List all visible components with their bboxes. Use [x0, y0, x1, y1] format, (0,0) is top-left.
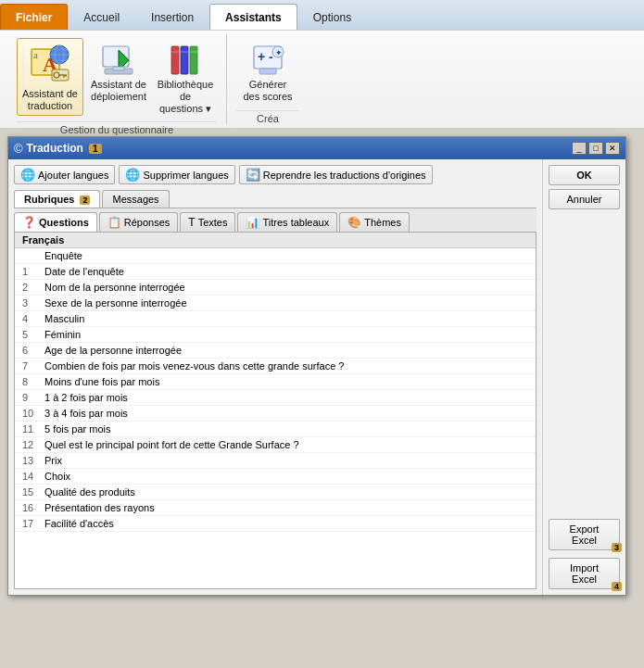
btn-assistant-deploiement[interactable]: Assistant dedéploiement	[87, 38, 150, 107]
list-item[interactable]: 4Masculin	[15, 311, 536, 327]
import-label: Import Excel	[570, 562, 599, 585]
traduction-label: Assistant de traduction	[21, 88, 79, 112]
list-item[interactable]: 2Nom de la personne interrogée	[15, 280, 536, 296]
list-item[interactable]: 1Date de l'enquête	[15, 264, 536, 280]
import-excel-button[interactable]: Import Excel	[549, 558, 620, 589]
list-item-text: Moins d'une fois par mois	[44, 376, 528, 387]
list-item[interactable]: 6Age de la personne interrogée	[15, 343, 536, 359]
list-item-num: 7	[22, 360, 44, 372]
list-items-container: Enquête1Date de l'enquête2Nom de la pers…	[15, 248, 536, 532]
list-item[interactable]: 15Qualité des produits	[15, 485, 536, 500]
dialog-main: 🌐 Ajouter langues 🌐 Supprimer langues 🔄 …	[8, 159, 542, 595]
btn-reprendre-traductions[interactable]: 🔄 Reprendre les traductions d'origines	[239, 165, 433, 184]
tab-reponses[interactable]: 📋 Réponses	[99, 212, 179, 232]
dialog-traduction: © Traduction 1 _ □ ✕ 🌐 Ajouter langues	[7, 136, 626, 596]
import-badge: 4	[612, 582, 622, 591]
tab-textes[interactable]: T Textes	[180, 212, 235, 232]
list-item-text: Age de la personne interrogée	[44, 345, 528, 356]
btn-assistant-traduction[interactable]: A a	[17, 38, 83, 116]
list-item[interactable]: 91 à 2 fois par mois	[15, 390, 536, 406]
deploiement-label: Assistant dedéploiement	[91, 79, 146, 103]
tab-messages-label: Messages	[112, 194, 158, 205]
list-item[interactable]: 12Quel est le principal point fort de ce…	[15, 437, 536, 453]
list-item-text: Prix	[44, 455, 528, 466]
tab-insertion-label: Insertion	[151, 11, 194, 24]
list-item-text: Date de l'enquête	[44, 266, 528, 277]
list-item-num: 13	[22, 455, 44, 466]
list-item[interactable]: 17Facilité d'accès	[15, 516, 536, 532]
btn-bibliotheque[interactable]: Bibliothèquede questions ▾	[154, 38, 217, 120]
cancel-button[interactable]: Annuler	[549, 189, 620, 209]
list-item-text: Facilité d'accès	[44, 518, 528, 529]
list-item[interactable]: 13Prix	[15, 453, 536, 469]
tab-rubriques-label: Rubriques	[24, 194, 74, 205]
dialog-title: Traduction	[27, 142, 83, 155]
maximize-button[interactable]: □	[588, 142, 603, 155]
dialog-sidebar: OK Annuler Export Excel 3 Import Excel 4	[542, 159, 625, 595]
list-item-num: 3	[22, 297, 44, 309]
tab-accueil[interactable]: Accueil	[68, 4, 135, 30]
ajouter-langues-label: Ajouter langues	[38, 170, 108, 181]
dialog-backdrop: © Traduction 1 _ □ ✕ 🌐 Ajouter langues	[0, 129, 644, 603]
scores-icon: + - ✦	[249, 42, 286, 79]
reprendre-traductions-label: Reprendre les traductions d'origines	[263, 170, 426, 181]
list-item-text: Nom de la personne interrogée	[44, 282, 528, 293]
list-item[interactable]: Enquête	[15, 248, 536, 264]
list-item-text: 3 à 4 fois par mois	[44, 408, 528, 419]
svg-rect-17	[171, 46, 179, 74]
dialog-titlebar: © Traduction 1 _ □ ✕	[8, 137, 625, 159]
tab-textes-label: Textes	[198, 217, 228, 228]
bibliotheque-icon	[167, 42, 204, 79]
list-item-text: Présentation des rayons	[44, 502, 528, 513]
svg-rect-19	[190, 46, 197, 74]
tab-assistants[interactable]: Assistants	[209, 4, 297, 30]
sidebar-spacer	[549, 213, 620, 515]
list-item[interactable]: 3Sexe de la personne interrogée	[15, 296, 536, 311]
list-item-num: 9	[22, 392, 44, 403]
list-item-text: Qualité des produits	[44, 486, 528, 498]
export-label: Export Excel	[570, 523, 600, 546]
group-creation-label: Créa	[236, 110, 299, 124]
tab-fichier[interactable]: Fichier	[0, 4, 68, 30]
close-button[interactable]: ✕	[605, 142, 620, 155]
tab-assistants-label: Assistants	[225, 11, 282, 24]
btn-generer-scores[interactable]: + - ✦ Générerdes scores	[236, 38, 299, 107]
list-item-text: 1 à 2 fois par mois	[44, 392, 528, 403]
dialog-controls: _ □ ✕	[572, 142, 620, 155]
list-item[interactable]: 7Combien de fois par mois venez-vous dan…	[15, 359, 536, 374]
list-item[interactable]: 14Choix	[15, 469, 536, 485]
ribbon: Fichier Accueil Insertion Assistants Opt…	[0, 0, 644, 129]
dialog-icon: ©	[14, 142, 23, 156]
list-item[interactable]: 8Moins d'une fois par mois	[15, 374, 536, 390]
ribbon-content: A a	[0, 30, 644, 128]
list-item-num: 10	[22, 408, 44, 419]
list-item[interactable]: 16Présentation des rayons	[15, 500, 536, 516]
list-item[interactable]: 115 fois par mois	[15, 422, 536, 437]
btn-supprimer-langues[interactable]: 🌐 Supprimer langues	[119, 165, 234, 184]
ribbon-buttons: A a	[17, 34, 217, 120]
svg-rect-16	[113, 67, 124, 70]
list-item-num: 2	[22, 282, 44, 293]
list-item[interactable]: 5Féminin	[15, 327, 536, 343]
title-badge: 1	[89, 144, 102, 154]
svg-text:+: +	[258, 49, 265, 64]
dialog-toolbar: 🌐 Ajouter langues 🌐 Supprimer langues 🔄 …	[14, 165, 537, 184]
inner-tabs: ❓ Questions 📋 Réponses T Textes 📊 Titres…	[14, 208, 537, 233]
list-item-text: Quel est le principal point fort de cett…	[44, 439, 528, 450]
tab-questions[interactable]: ❓ Questions	[14, 212, 97, 232]
ok-button[interactable]: OK	[549, 165, 620, 185]
tab-titres-label: Titres tableaux	[262, 217, 329, 228]
group-gestion-label: Gestion du questionnaire	[17, 121, 217, 135]
tab-messages[interactable]: Messages	[102, 190, 169, 208]
tab-insertion[interactable]: Insertion	[135, 4, 209, 30]
tab-options[interactable]: Options	[297, 4, 367, 30]
list-item[interactable]: 103 à 4 fois par mois	[15, 406, 536, 422]
list-header-text: Français	[22, 234, 64, 246]
tab-rubriques[interactable]: Rubriques 2	[14, 190, 100, 208]
list-item-text: Choix	[44, 471, 528, 482]
minimize-button[interactable]: _	[572, 142, 587, 155]
btn-ajouter-langues[interactable]: 🌐 Ajouter langues	[14, 165, 115, 184]
tab-themes[interactable]: 🎨 Thèmes	[339, 212, 410, 232]
export-excel-button[interactable]: Export Excel	[549, 519, 620, 550]
tab-titres-tableaux[interactable]: 📊 Titres tableaux	[237, 212, 337, 232]
